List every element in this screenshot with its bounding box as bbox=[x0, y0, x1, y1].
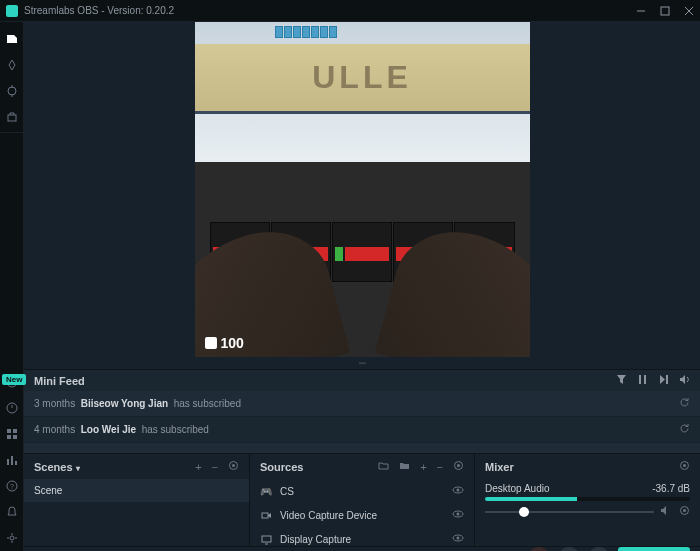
schedule-button[interactable] bbox=[588, 547, 610, 551]
game-icon: 🎮 bbox=[260, 486, 272, 497]
app-title: Streamlabs OBS - Version: 0.20.2 bbox=[24, 5, 636, 16]
svg-rect-14 bbox=[7, 435, 11, 439]
app-icon bbox=[6, 5, 18, 17]
svg-point-21 bbox=[10, 536, 14, 540]
refresh-icon[interactable] bbox=[679, 397, 690, 410]
scenes-panel: Scenes ▾ + − Scene bbox=[24, 454, 250, 546]
feed-item: 3 months Biiseow Yong Jian has subscribe… bbox=[24, 391, 700, 417]
visibility-icon[interactable] bbox=[452, 532, 464, 546]
svg-rect-15 bbox=[13, 435, 17, 439]
svg-point-41 bbox=[683, 509, 686, 512]
new-badge: New bbox=[2, 374, 26, 385]
mixer-channel: Desktop Audio -36.7 dB bbox=[475, 479, 700, 522]
preview-canvas: ULLE 100 bbox=[195, 22, 530, 357]
mini-feed-panel: New Mini Feed 3 months Biiseow Yong Jian… bbox=[24, 369, 700, 453]
svg-rect-12 bbox=[7, 429, 11, 433]
mixer-settings-button[interactable] bbox=[679, 460, 690, 473]
filter-icon[interactable] bbox=[616, 374, 627, 387]
sidebar-item-store[interactable] bbox=[0, 104, 24, 130]
maximize-button[interactable] bbox=[660, 6, 670, 16]
record-button[interactable] bbox=[528, 547, 550, 551]
monitor-icon bbox=[260, 534, 272, 545]
preview-banner: ULLE bbox=[195, 44, 530, 114]
remove-source-button[interactable]: − bbox=[437, 461, 443, 473]
scene-settings-button[interactable] bbox=[228, 460, 239, 473]
svg-rect-1 bbox=[661, 7, 669, 15]
svg-rect-22 bbox=[639, 375, 641, 384]
mixer-title: Mixer bbox=[485, 461, 679, 473]
folder-icon[interactable] bbox=[399, 460, 410, 473]
svg-point-33 bbox=[457, 513, 460, 516]
svg-rect-34 bbox=[262, 536, 271, 542]
source-item[interactable]: Display Capture bbox=[250, 527, 474, 546]
minimize-button[interactable] bbox=[636, 6, 646, 16]
scenes-title: Scenes bbox=[34, 461, 73, 473]
sidebar-item-settings[interactable] bbox=[0, 525, 24, 551]
mute-icon[interactable] bbox=[660, 505, 671, 518]
sidebar-item-grid[interactable] bbox=[0, 421, 24, 447]
refresh-icon[interactable] bbox=[679, 423, 690, 436]
svg-rect-24 bbox=[666, 375, 668, 384]
sidebar-item-target[interactable] bbox=[0, 78, 24, 104]
source-item[interactable]: 🎮 CS bbox=[250, 479, 474, 503]
feed-item: 4 months Loo Wei Jie has subscribed bbox=[24, 417, 700, 443]
visibility-icon[interactable] bbox=[452, 484, 464, 498]
svg-point-26 bbox=[232, 464, 235, 467]
svg-rect-31 bbox=[262, 513, 268, 518]
svg-rect-23 bbox=[644, 375, 646, 384]
health-value: 100 bbox=[221, 335, 244, 351]
sidebar-item-notify[interactable] bbox=[0, 499, 24, 525]
volume-icon[interactable] bbox=[679, 374, 690, 387]
source-settings-button[interactable] bbox=[453, 460, 464, 473]
channel-settings-icon[interactable] bbox=[679, 505, 690, 518]
svg-point-39 bbox=[683, 464, 686, 467]
titlebar: Streamlabs OBS - Version: 0.20.2 bbox=[0, 0, 700, 22]
panel-resize-handle[interactable]: ━ bbox=[24, 357, 700, 369]
folder-back-icon[interactable] bbox=[378, 460, 389, 473]
sources-title: Sources bbox=[260, 461, 378, 473]
sidebar-item-help[interactable]: ? bbox=[0, 473, 24, 499]
mini-feed-title: Mini Feed bbox=[34, 375, 616, 387]
sidebar-item-levels[interactable] bbox=[0, 447, 24, 473]
add-source-button[interactable]: + bbox=[420, 461, 426, 473]
add-scene-button[interactable]: + bbox=[195, 461, 201, 473]
svg-text:?: ? bbox=[10, 483, 14, 490]
replay-button[interactable] bbox=[558, 547, 580, 551]
mixer-panel: Mixer Desktop Audio -36.7 dB bbox=[475, 454, 700, 546]
volume-slider[interactable] bbox=[485, 511, 654, 513]
health-icon bbox=[205, 337, 217, 349]
camera-icon bbox=[260, 510, 272, 521]
sources-panel: Sources + − 🎮 CS bbox=[250, 454, 475, 546]
svg-point-4 bbox=[8, 87, 16, 95]
sidebar-item-spark[interactable] bbox=[0, 52, 24, 78]
sidebar: ? bbox=[0, 22, 24, 551]
sidebar-item-editor[interactable] bbox=[0, 26, 24, 52]
svg-point-37 bbox=[457, 537, 460, 540]
svg-point-28 bbox=[457, 464, 460, 467]
mixer-channel-name: Desktop Audio bbox=[485, 483, 550, 494]
svg-rect-13 bbox=[13, 429, 17, 433]
chevron-down-icon[interactable]: ▾ bbox=[76, 464, 80, 473]
skip-icon[interactable] bbox=[658, 374, 669, 387]
sidebar-item-clock[interactable] bbox=[0, 395, 24, 421]
source-item[interactable]: Video Capture Device bbox=[250, 503, 474, 527]
pause-icon[interactable] bbox=[637, 374, 648, 387]
svg-rect-7 bbox=[8, 115, 16, 121]
go-live-button[interactable]: Go Live bbox=[618, 547, 690, 551]
visibility-icon[interactable] bbox=[452, 508, 464, 522]
remove-scene-button[interactable]: − bbox=[212, 461, 218, 473]
bottom-bar: Test Widgets Go Live bbox=[24, 546, 700, 551]
svg-point-30 bbox=[457, 489, 460, 492]
preview-area[interactable]: ULLE 100 bbox=[24, 22, 700, 357]
close-button[interactable] bbox=[684, 6, 694, 16]
mixer-channel-db: -36.7 dB bbox=[652, 483, 690, 494]
scene-item[interactable]: Scene bbox=[24, 479, 249, 502]
